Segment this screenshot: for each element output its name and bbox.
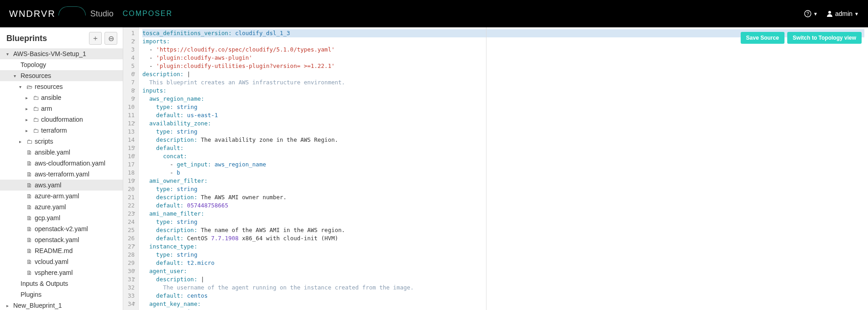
file-icon: 🗎 xyxy=(26,149,32,156)
file-icon: 🗎 xyxy=(26,248,32,254)
user-icon xyxy=(826,10,833,17)
tree-folder-cloudformation[interactable]: ▸🗀cloudformation xyxy=(0,114,123,125)
switch-topology-button[interactable]: Switch to Topology view xyxy=(787,32,862,44)
file-icon: 🗎 xyxy=(26,182,32,189)
tree-folder-ansible[interactable]: ▸🗀ansible xyxy=(0,92,123,103)
brand-logo: WNDRVR Studio xyxy=(9,9,114,19)
editor-gutter: 12▾3456▾78▾9▾101112▾131415▾16▾171819▾202… xyxy=(123,27,139,310)
folder-icon: 🗀 xyxy=(32,94,39,101)
import-blueprint-button[interactable]: ⊖ xyxy=(105,32,117,45)
file-icon: 🗎 xyxy=(26,226,32,232)
brand-sub: Studio xyxy=(90,9,114,19)
folder-icon: 🗀 xyxy=(32,105,39,112)
tree-item-inputs-outputs[interactable]: Inputs & Outputs xyxy=(0,278,123,289)
tree-file[interactable]: 🗎azure.yaml xyxy=(0,202,123,212)
svg-text:?: ? xyxy=(806,11,809,16)
tree-file[interactable]: 🗎openstack-v2.yaml xyxy=(0,223,123,234)
tree-folder-resources[interactable]: ▾🗁resources xyxy=(0,81,123,92)
tree-file[interactable]: 🗎openstack.yaml xyxy=(0,234,123,245)
tree-item-resources[interactable]: ▾Resources xyxy=(0,70,123,81)
file-icon: 🗎 xyxy=(26,160,32,167)
tree-file[interactable]: 🗎aws-terraform.yaml xyxy=(0,169,123,180)
tree-file-active[interactable]: 🗎aws.yaml xyxy=(0,180,123,191)
save-source-button[interactable]: Save Source xyxy=(741,32,784,44)
caret-down-icon: ▼ xyxy=(854,11,859,16)
tree-item-blueprint[interactable]: ▸New_Blueprint_1 xyxy=(0,300,123,310)
blueprint-tree: ▾AWS-Basics-VM-Setup_1 Topology ▾Resourc… xyxy=(0,48,123,310)
product-name: COMPOSER xyxy=(123,10,173,18)
tree-folder-terraform[interactable]: ▸🗀terraform xyxy=(0,125,123,136)
topbar: WNDRVR Studio COMPOSER ? ▼ admin ▼ xyxy=(0,0,868,27)
file-icon: 🗎 xyxy=(26,237,32,243)
editor-pane: Save Source Switch to Topology view 12▾3… xyxy=(123,27,868,310)
file-icon: 🗎 xyxy=(26,171,32,178)
tree-file[interactable]: 🗎aws-cloudformation.yaml xyxy=(0,158,123,169)
sidebar: Blueprints ＋ ⊖ ▾AWS-Basics-VM-Setup_1 To… xyxy=(0,27,123,310)
file-icon: 🗎 xyxy=(26,204,32,211)
tree-file[interactable]: 🗎vcloud.yaml xyxy=(0,256,123,267)
brand-arc-icon xyxy=(58,6,86,16)
tree-folder-arm[interactable]: ▸🗀arm xyxy=(0,103,123,114)
user-menu[interactable]: admin ▼ xyxy=(826,10,859,17)
folder-icon: 🗀 xyxy=(26,138,32,145)
tree-item-topology[interactable]: Topology xyxy=(0,59,123,70)
tree-file[interactable]: 🗎README.md xyxy=(0,245,123,256)
add-blueprint-button[interactable]: ＋ xyxy=(89,32,102,45)
brand-main: WNDRVR xyxy=(9,9,56,19)
editor-code[interactable]: tosca_definitions_version: cloudify_dsl_… xyxy=(139,27,868,310)
folder-icon: 🗀 xyxy=(32,116,39,123)
tree-file[interactable]: 🗎vsphere.yaml xyxy=(0,267,123,278)
user-label: admin xyxy=(835,10,852,17)
help-icon: ? xyxy=(804,10,811,17)
code-editor[interactable]: 12▾3456▾78▾9▾101112▾131415▾16▾171819▾202… xyxy=(123,27,868,310)
file-icon: 🗎 xyxy=(26,269,32,276)
sidebar-title: Blueprints xyxy=(6,34,47,43)
file-icon: 🗎 xyxy=(26,258,32,265)
tree-file[interactable]: 🗎azure-arm.yaml xyxy=(0,191,123,202)
tree-file[interactable]: 🗎ansible.yaml xyxy=(0,147,123,158)
help-menu[interactable]: ? ▼ xyxy=(804,10,818,17)
svg-point-2 xyxy=(828,11,831,14)
tree-file[interactable]: 🗎gcp.yaml xyxy=(0,212,123,223)
file-icon: 🗎 xyxy=(26,215,32,222)
tree-folder-scripts[interactable]: ▸🗀scripts xyxy=(0,136,123,147)
folder-open-icon: 🗁 xyxy=(26,83,32,90)
caret-down-icon: ▼ xyxy=(813,11,818,16)
file-icon: 🗎 xyxy=(26,193,32,200)
folder-icon: 🗀 xyxy=(32,127,39,134)
tree-item-blueprint[interactable]: ▾AWS-Basics-VM-Setup_1 xyxy=(0,48,123,59)
tree-item-plugins[interactable]: Plugins xyxy=(0,289,123,300)
